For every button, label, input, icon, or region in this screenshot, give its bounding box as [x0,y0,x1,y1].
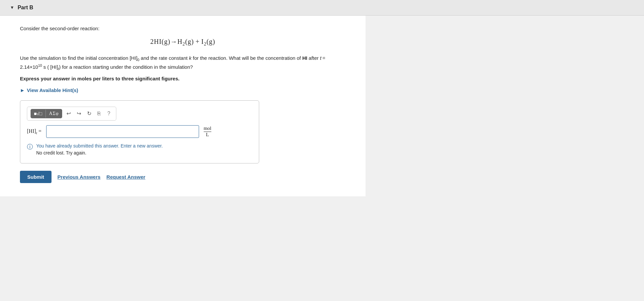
help-button[interactable]: ? [105,109,113,118]
submit-button[interactable]: Submit [20,171,52,183]
intro-text: Consider the second-order reaction: [20,26,346,31]
math-button-group: ■√□ ΑΣφ [31,109,62,118]
view-hints-link[interactable]: ► View Available Hint(s) [20,87,78,93]
refresh-button[interactable]: ↻ [85,109,93,118]
symbols-button[interactable]: ΑΣφ [46,109,62,118]
unit-label: mol L [204,126,211,138]
input-row: [HI]t = mol L [27,125,252,138]
part-title: Part B [18,5,33,11]
notice-text: You have already submitted this answer. … [36,143,163,156]
request-answer-link[interactable]: Request Answer [106,174,145,180]
math-toolbar: ■√□ ΑΣφ ↩ ↪ ↻ ⎘ ? [27,107,116,121]
collapse-arrow-icon[interactable]: ▼ [10,5,14,10]
answer-input[interactable] [46,125,199,138]
keyboard-button[interactable]: ⎘ [96,109,102,118]
redo-button[interactable]: ↪ [75,109,83,118]
math-icon: ■√□ [34,111,42,116]
undo-button[interactable]: ↩ [65,109,72,118]
previous-answers-link[interactable]: Previous Answers [57,174,101,180]
input-label: [HI]t = [27,128,42,135]
symbols-icon: ΑΣφ [49,111,59,116]
answer-box: ■√□ ΑΣφ ↩ ↪ ↻ ⎘ ? [HI]t = [20,100,259,163]
action-row: Submit Previous Answers Request Answer [20,171,346,183]
express-text: Express your answer in moles per liters … [20,76,346,81]
question-text: Use the simulation to find the initial c… [20,54,346,72]
hint-arrow-icon: ► [20,87,25,93]
info-icon: ⓘ [27,143,33,151]
notice-row: ⓘ You have already submitted this answer… [27,143,252,156]
content-area: Consider the second-order reaction: 2HI(… [0,16,366,196]
math-template-button[interactable]: ■√□ [31,109,46,118]
chemical-equation: 2HI(g)→H2(g) + I2(g) [20,38,346,47]
part-header: ▼ Part B [0,0,644,16]
